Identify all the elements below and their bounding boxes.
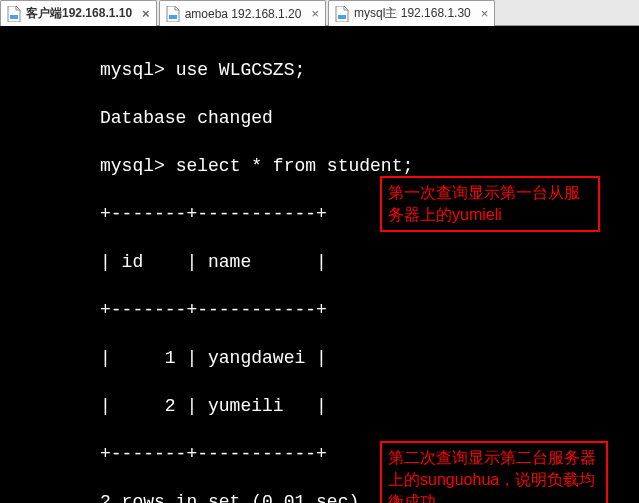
prompt: mysql> xyxy=(100,156,165,176)
table-row: | 2 | yumeili | xyxy=(100,394,639,418)
terminal-line: mysql> use WLGCSZS; xyxy=(100,58,639,82)
tab-client[interactable]: 客户端192.168.1.10 × xyxy=(0,0,157,26)
tab-label: mysql主 192.168.1.30 xyxy=(354,5,471,22)
tab-label: 客户端192.168.1.10 xyxy=(26,5,132,22)
close-icon[interactable]: × xyxy=(142,7,150,20)
command: select * from student; xyxy=(176,156,414,176)
table-row: | 1 | yangdawei | xyxy=(100,346,639,370)
tab-bar: 客户端192.168.1.10 × amoeba 192.168.1.20 × … xyxy=(0,0,639,26)
annotation-2: 第二次查询显示第二台服务器上的sunguohua，说明负载均衡成功 xyxy=(380,441,608,503)
table-header: | id | name | xyxy=(100,250,639,274)
file-icon xyxy=(166,6,180,22)
terminal-line: mysql> select * from student; xyxy=(100,154,639,178)
terminal-output: mysql> use WLGCSZS; Database changed mys… xyxy=(0,26,639,503)
svg-rect-0 xyxy=(10,15,18,19)
tab-amoeba[interactable]: amoeba 192.168.1.20 × xyxy=(159,0,326,26)
tab-mysql-master[interactable]: mysql主 192.168.1.30 × xyxy=(328,0,495,26)
svg-rect-2 xyxy=(338,15,346,19)
file-icon xyxy=(7,6,21,22)
file-icon xyxy=(335,6,349,22)
tab-label: amoeba 192.168.1.20 xyxy=(185,7,302,21)
command: use WLGCSZS; xyxy=(176,60,306,80)
close-icon[interactable]: × xyxy=(481,7,489,20)
terminal-line: Database changed xyxy=(100,106,639,130)
close-icon[interactable]: × xyxy=(311,7,319,20)
table-border: +-------+-----------+ xyxy=(100,298,639,322)
prompt: mysql> xyxy=(100,60,165,80)
svg-rect-1 xyxy=(169,15,177,19)
annotation-1: 第一次查询显示第一台从服务器上的yumieli xyxy=(380,176,600,232)
